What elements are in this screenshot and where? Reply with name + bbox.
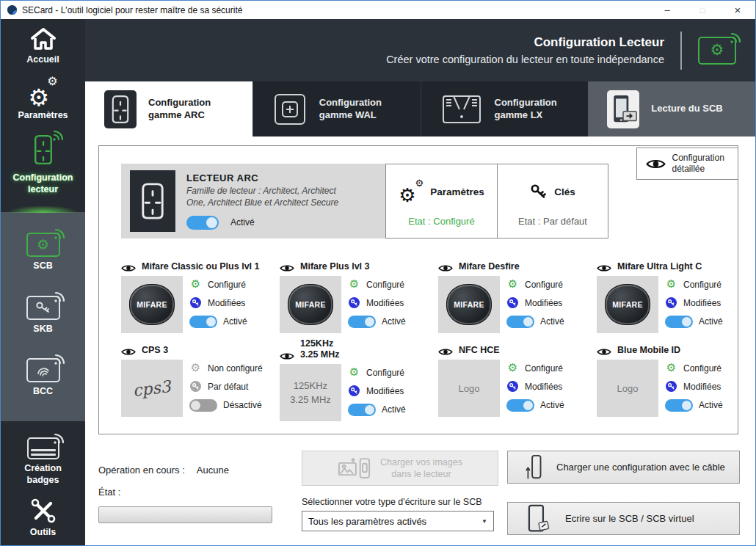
tab-bar: Configuration gamme ARC Configuration ga…: [85, 81, 755, 136]
keys-title: Clés: [554, 186, 575, 197]
wal-reader-icon: [272, 92, 308, 127]
enable-toggle[interactable]: [506, 399, 534, 412]
technology-name: Mifare Plus lvl 3: [300, 261, 369, 272]
keys-status: Modifiées: [683, 382, 721, 392]
write-scb-button[interactable]: Ecrire sur le SCB / SCB virtuel: [507, 502, 740, 535]
reader-configuration-panel: LECTEUR ARC Famille de lecteur : Archite…: [98, 145, 738, 434]
keys-status-text: Etat : Par défaut: [518, 216, 587, 227]
keys-status: Modifiées: [683, 298, 721, 308]
keys-status: Modifiées: [525, 382, 562, 392]
arc-reader-icon: [104, 90, 137, 128]
eye-icon[interactable]: [121, 348, 136, 356]
enable-toggle[interactable]: [189, 399, 217, 412]
enable-toggle[interactable]: [506, 316, 534, 328]
load-cable-label: Charger une configuration avec le câble: [556, 462, 725, 473]
enable-toggle[interactable]: [189, 316, 217, 328]
cable-icon: [524, 454, 543, 481]
images-upload-icon: [338, 457, 371, 480]
configuration-detaillee-button[interactable]: Configuration détaillée: [636, 148, 738, 180]
technology-name: NFC HCE: [459, 345, 500, 356]
sidebar-item-skb[interactable]: SKB: [1, 277, 85, 340]
keys-status-icon: [189, 381, 202, 392]
technology-card: Mifare Plus lvl 3 MIFARE ⚙ Configuré: [280, 255, 431, 338]
lecteur-arc-box: LECTEUR ARC Famille de lecteur : Archite…: [121, 164, 385, 239]
config-status: Configuré: [683, 363, 722, 374]
eye-icon[interactable]: [280, 264, 294, 272]
sidebar-item-accueil[interactable]: Accueil: [1, 19, 85, 70]
config-status: Configuré: [525, 280, 563, 290]
gears-icon: ⚙⚙: [29, 79, 58, 106]
config-status: Configuré: [683, 280, 722, 290]
config-status-icon: ⚙: [665, 279, 677, 290]
window-title: SECard - L'outil logiciel pour rester ma…: [22, 5, 242, 15]
operation-value: Aucune: [197, 465, 229, 476]
lx-reader-icon: [440, 93, 483, 125]
params-status: Etat : Configuré: [408, 216, 474, 227]
keys-status: Modifiées: [208, 298, 245, 308]
page-header: Configuration Lecteur Créer votre config…: [85, 19, 755, 81]
keys-status-icon: [506, 381, 519, 392]
enable-status: Activé: [699, 316, 723, 327]
eye-icon[interactable]: [121, 264, 136, 272]
close-button[interactable]: ×: [720, 1, 755, 19]
enable-toggle[interactable]: [348, 404, 376, 416]
minimize-button[interactable]: –: [650, 1, 685, 19]
enable-status: Activé: [699, 400, 723, 410]
app-icon: [7, 4, 18, 15]
eye-icon[interactable]: [280, 352, 294, 360]
config-status-icon: ⚙: [506, 363, 519, 374]
load-images-button[interactable]: Charger vos images dans le lecteur: [302, 451, 498, 486]
config-status-icon: ⚙: [348, 367, 360, 378]
sidebar-item-scb[interactable]: ⚙ SCB: [1, 212, 85, 277]
technology-name: Mifare Desfire: [459, 261, 520, 272]
enable-toggle[interactable]: [665, 316, 693, 328]
enable-status: Activé: [223, 316, 247, 327]
tab-configuration-gamme-lx[interactable]: Configuration gamme LX: [421, 81, 589, 136]
dropdown-arrow-icon: ▼: [481, 518, 487, 525]
parametres-box[interactable]: ⚙⚙ Paramètres Etat : Configuré: [386, 164, 497, 238]
config-status: Configuré: [366, 280, 404, 290]
technology-logo: MIFARE: [121, 276, 183, 333]
enable-status: Activé: [540, 316, 564, 327]
technology-logo: 125KHz 3.25 MHz: [280, 364, 341, 421]
tab-configuration-gamme-arc[interactable]: Configuration gamme ARC: [85, 81, 252, 136]
technology-logo: Logo: [597, 360, 658, 417]
eye-icon[interactable]: [597, 264, 611, 272]
enable-toggle[interactable]: [665, 399, 693, 412]
sidebar-item-label: Configuration lecteur: [13, 172, 73, 195]
tab-configuration-gamme-wal[interactable]: Configuration gamme WAL: [252, 81, 421, 136]
main-area: Configuration Lecteur Créer votre config…: [85, 19, 755, 545]
write-type-select[interactable]: Tous les paramètres activés ▼: [302, 511, 494, 531]
load-cable-button[interactable]: Charger une configuration avec le câble: [507, 451, 740, 484]
tab-lecture-du-scb[interactable]: Lecture du SCB: [588, 81, 755, 136]
sidebar-item-parametres[interactable]: ⚙⚙ Paramètres: [1, 70, 85, 126]
sidebar-item-label: Accueil: [26, 54, 59, 66]
header-scb-icon: ⚙: [698, 37, 736, 65]
keys-status-icon: [189, 297, 202, 308]
sidebar-item-creation-badges[interactable]: Création badges: [1, 421, 85, 490]
sidebar-item-bcc[interactable]: BCC: [1, 339, 85, 402]
keys-status: Modifiées: [366, 386, 404, 396]
params-title: Paramètres: [430, 186, 484, 197]
enable-toggle[interactable]: [348, 316, 376, 328]
cles-box[interactable]: Clés Etat : Par défaut: [497, 164, 608, 238]
eye-icon[interactable]: [438, 348, 453, 356]
keys-status: Modifiées: [525, 298, 562, 308]
technology-name: 125KHz 3.25 MHz: [300, 338, 340, 360]
card-fingerprint-icon: [26, 358, 60, 382]
reader-enable-toggle[interactable]: [186, 216, 219, 230]
reader-icon: [30, 134, 57, 169]
reader-enable-label: Activé: [230, 217, 255, 228]
write-scb-label: Ecrire sur le SCB / SCB virtuel: [565, 513, 694, 524]
sidebar-item-label: BCC: [33, 386, 53, 398]
eye-icon[interactable]: [597, 348, 611, 356]
config-status-icon: ⚙: [665, 363, 677, 374]
sidebar-item-configuration-lecteur[interactable]: Configuration lecteur: [1, 125, 85, 200]
maximize-button[interactable]: □: [685, 1, 720, 19]
technology-logo: Logo: [438, 360, 500, 417]
app-window: SECard - L'outil logiciel pour rester ma…: [0, 0, 756, 546]
eye-icon[interactable]: [438, 264, 453, 272]
sidebar-item-outils[interactable]: Outils: [1, 490, 85, 543]
state-label: État :: [98, 487, 289, 498]
progress-bar: [98, 506, 272, 523]
